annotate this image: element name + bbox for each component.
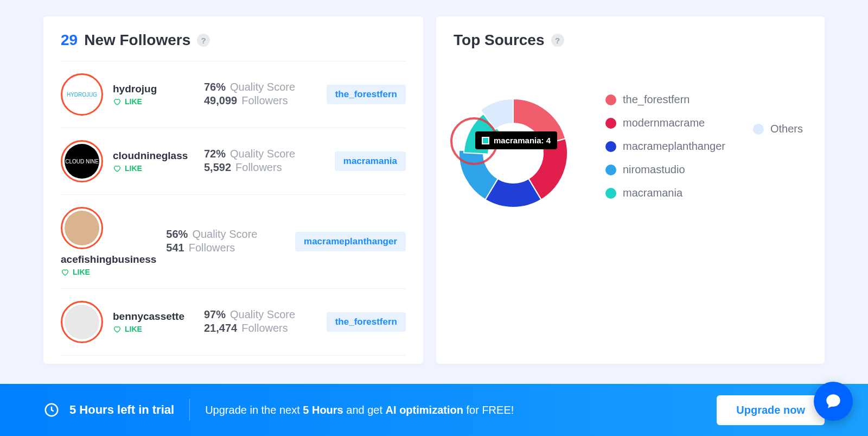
follower-username: acefishingbusiness [61, 254, 156, 266]
donut-chart[interactable]: macramania: 4 [454, 93, 573, 213]
legend-label: niromastudio [623, 163, 685, 176]
new-followers-title: New Followers [84, 31, 190, 49]
chart-legend: the_forestfern modernmacrame macrameplan… [605, 93, 725, 199]
like-button[interactable]: LIKE [113, 325, 194, 333]
chart-tooltip: macramania: 4 [475, 131, 557, 149]
trial-time-left: 5 Hours left in trial [69, 403, 174, 417]
trial-banner: 5 Hours left in trial Upgrade in the nex… [0, 384, 868, 436]
divider [189, 399, 190, 421]
chat-fab[interactable] [814, 382, 853, 421]
like-label: LIKE [125, 97, 142, 106]
follower-username: cloudnineglass [113, 150, 194, 162]
avatar[interactable]: HYDROJUG [61, 73, 103, 116]
legend-label: macrameplanthanger [623, 140, 725, 153]
like-label: LIKE [73, 268, 90, 276]
source-tag[interactable]: the_forestfern [327, 85, 406, 104]
legend-item[interactable]: niromastudio [605, 163, 725, 176]
help-icon[interactable]: ? [197, 34, 210, 47]
avatar[interactable] [61, 207, 103, 249]
legend-dot [605, 165, 616, 175]
source-tag[interactable]: the_forestfern [327, 312, 406, 332]
top-sources-panel: Top Sources ? macramania: 4 the_forestfe… [436, 16, 825, 364]
like-label: LIKE [125, 325, 142, 333]
legend-item[interactable]: the_forestfern [605, 93, 725, 106]
follower-stats: 56%Quality Score 541Followers [166, 228, 285, 255]
follower-stats: 97%Quality Score 21,474Followers [204, 308, 317, 336]
legend-item[interactable]: macramania [605, 187, 725, 199]
follower-username: bennycassette [113, 311, 194, 323]
upgrade-button[interactable]: Upgrade now [717, 395, 825, 425]
legend-dot [605, 141, 616, 152]
heart-icon [61, 268, 69, 276]
like-label: LIKE [125, 164, 142, 173]
legend-label: modernmacrame [623, 117, 705, 129]
top-sources-chart-area: macramania: 4 the_forestfern modernmacra… [454, 61, 807, 213]
legend-label: Others [770, 123, 803, 135]
clock-icon [43, 402, 60, 418]
legend-dot [605, 94, 616, 105]
legend-dot [605, 188, 616, 199]
legend-item[interactable]: modernmacrame [605, 117, 725, 129]
tooltip-label: macramania: 4 [494, 136, 551, 145]
follower-row[interactable]: CLOUD NINE cloudnineglass LIKE 72%Qualit… [61, 128, 406, 195]
like-button[interactable]: LIKE [113, 97, 194, 106]
follower-row[interactable]: acefishingbusiness LIKE 56%Quality Score… [61, 195, 406, 289]
source-tag[interactable]: macramania [335, 151, 406, 171]
legend-item-others[interactable]: Others [753, 123, 803, 135]
top-sources-header: Top Sources ? [454, 31, 807, 61]
legend-label: the_forestfern [623, 93, 690, 106]
like-button[interactable]: LIKE [113, 164, 194, 173]
heart-icon [113, 325, 122, 333]
legend-dot [605, 118, 616, 129]
new-followers-panel: 29 New Followers ? HYDROJUG hydrojug LIK… [43, 16, 423, 364]
trial-message: Upgrade in the next 5 Hours and get AI o… [205, 404, 514, 416]
heart-icon [113, 97, 122, 106]
follower-username: hydrojug [113, 83, 194, 95]
source-tag[interactable]: macrameplanthanger [295, 232, 406, 251]
heart-icon [113, 164, 122, 173]
avatar[interactable]: CLOUD NINE [61, 140, 103, 182]
new-followers-count: 29 [61, 31, 78, 49]
like-button[interactable]: LIKE [61, 268, 90, 276]
follower-stats: 76%Quality Score 49,099Followers [204, 81, 317, 108]
follower-row[interactable]: HYDROJUG hydrojug LIKE 76%Quality Score … [61, 61, 406, 128]
tooltip-swatch [482, 137, 489, 144]
legend-dot [753, 124, 764, 135]
legend-label: macramania [623, 187, 682, 199]
chat-icon [824, 392, 843, 410]
top-sources-title: Top Sources [454, 31, 545, 49]
new-followers-header: 29 New Followers ? [61, 31, 406, 61]
follower-stats: 72%Quality Score 5,592Followers [204, 148, 325, 175]
follower-row[interactable]: bennycassette LIKE 97%Quality Score 21,4… [61, 289, 406, 356]
avatar[interactable] [61, 301, 103, 343]
help-icon[interactable]: ? [551, 34, 564, 47]
legend-item[interactable]: macrameplanthanger [605, 140, 725, 153]
